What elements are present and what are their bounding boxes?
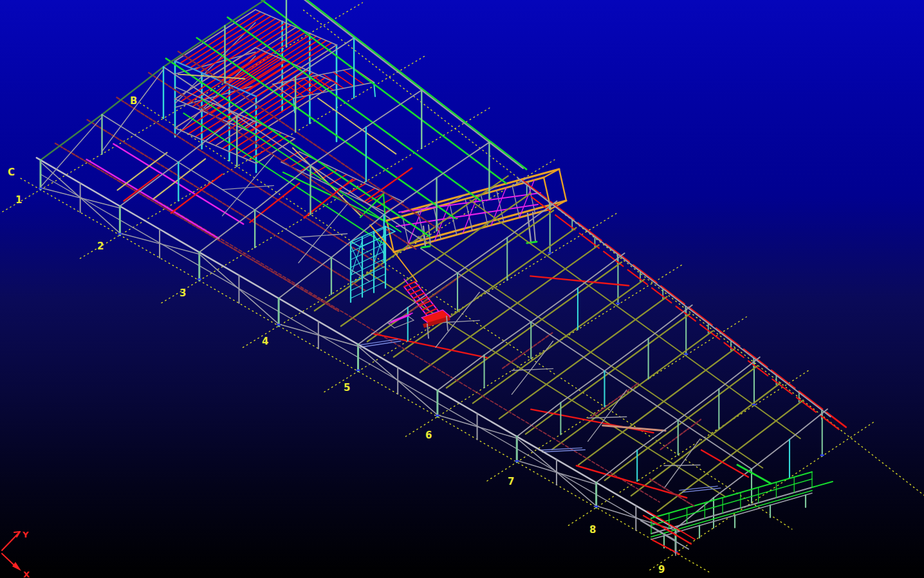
- axis-y-label: Y: [22, 530, 29, 539]
- grid-label-2: 2: [97, 240, 104, 252]
- grid-lines-layer: [0, 3, 924, 573]
- model-canvas[interactable]: C B 1 2 3 4 5 6 7 8 9 Y X: [0, 0, 924, 578]
- ucs-axis-icon: [2, 532, 21, 571]
- grid-label-4: 4: [262, 336, 268, 347]
- grid-label-8: 8: [589, 524, 596, 536]
- grid-label-3: 3: [180, 287, 186, 299]
- axis-x-label: X: [23, 570, 30, 578]
- grid-label-9: 9: [658, 564, 665, 575]
- structure-layer: [37, 0, 846, 555]
- grid-label-5: 5: [344, 382, 350, 393]
- model-viewport[interactable]: C B 1 2 3 4 5 6 7 8 9 Y X: [0, 0, 924, 578]
- grid-label-6: 6: [425, 429, 432, 441]
- axis-labels: Y X: [22, 530, 30, 578]
- grid-label-C: C: [8, 167, 15, 178]
- grid-label-7: 7: [508, 476, 514, 487]
- grid-label-B: B: [130, 95, 137, 107]
- grid-label-1: 1: [15, 194, 22, 206]
